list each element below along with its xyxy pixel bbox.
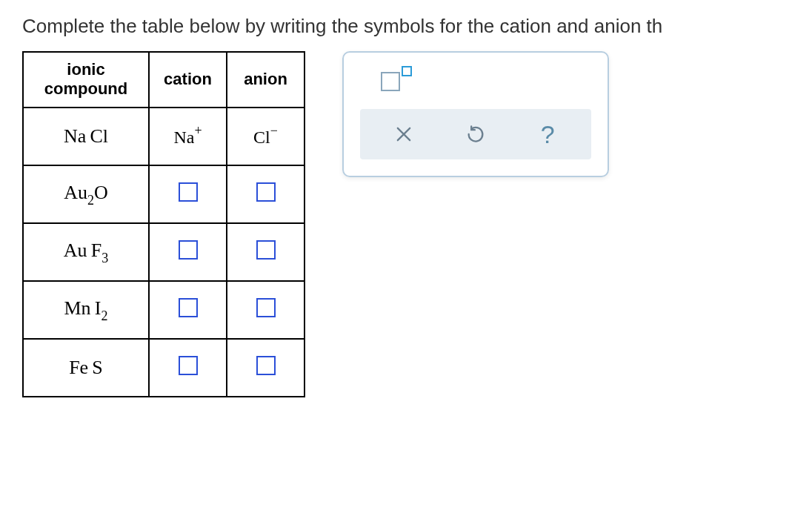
cation-cell: Na+ [149,108,227,165]
reset-button[interactable] [461,119,490,149]
template-superscript-box [402,66,412,76]
input-box[interactable] [179,298,198,317]
compound-cell: Au2O [23,165,149,223]
anion-cell[interactable] [227,339,304,397]
close-icon [393,124,414,145]
input-box[interactable] [256,298,276,317]
superscript-template-button[interactable] [381,66,591,91]
anion-cell[interactable] [227,165,304,223]
table-row: Au2O [23,165,304,223]
cation-cell[interactable] [149,165,227,223]
cation-cell[interactable] [149,339,227,397]
instruction-text: Complete the table below by writing the … [22,15,790,38]
header-compound: ionic compound [23,52,149,108]
input-box[interactable] [179,240,198,260]
anion-cell[interactable] [227,281,304,339]
cation-cell[interactable] [149,281,227,339]
cation-cell[interactable] [149,223,227,281]
anion-cell: Cl− [227,108,304,165]
ionic-compound-table: ionic compound cation anion Na ClNa+Cl−A… [22,51,305,397]
input-box[interactable] [256,356,276,375]
help-icon: ? [541,120,555,149]
compound-cell: Mn I2 [23,281,149,339]
compound-cell: Na Cl [23,108,149,165]
header-anion: anion [227,52,304,108]
compound-cell: Au F3 [23,223,149,281]
table-row: Fe S [23,339,304,397]
compound-cell: Fe S [23,339,149,397]
header-cation: cation [149,52,227,108]
table-row: Mn I2 [23,281,304,339]
template-base-box [381,72,400,91]
tool-panel: ? [342,51,609,177]
help-button[interactable]: ? [533,119,562,149]
input-box[interactable] [179,182,198,202]
input-box[interactable] [179,356,198,375]
input-box[interactable] [256,240,276,260]
table-row: Na ClNa+Cl− [23,108,304,165]
table-row: Au F3 [23,223,304,281]
reset-icon [465,124,486,145]
input-box[interactable] [256,182,276,202]
clear-button[interactable] [389,119,419,149]
anion-cell[interactable] [227,223,304,281]
